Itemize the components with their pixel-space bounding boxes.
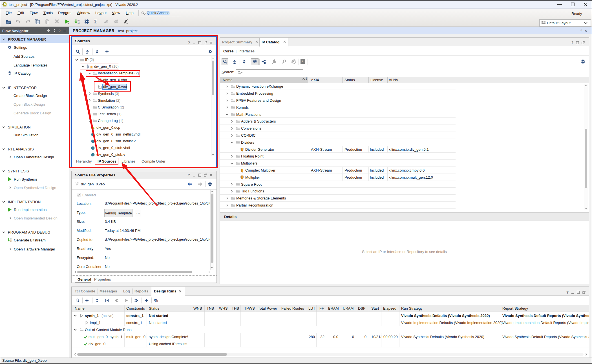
svg-text:10: 10 (10, 240, 12, 242)
svg-text:01: 01 (78, 20, 79, 22)
svg-text:01: 01 (10, 238, 12, 240)
svg-text:10: 10 (78, 22, 79, 24)
